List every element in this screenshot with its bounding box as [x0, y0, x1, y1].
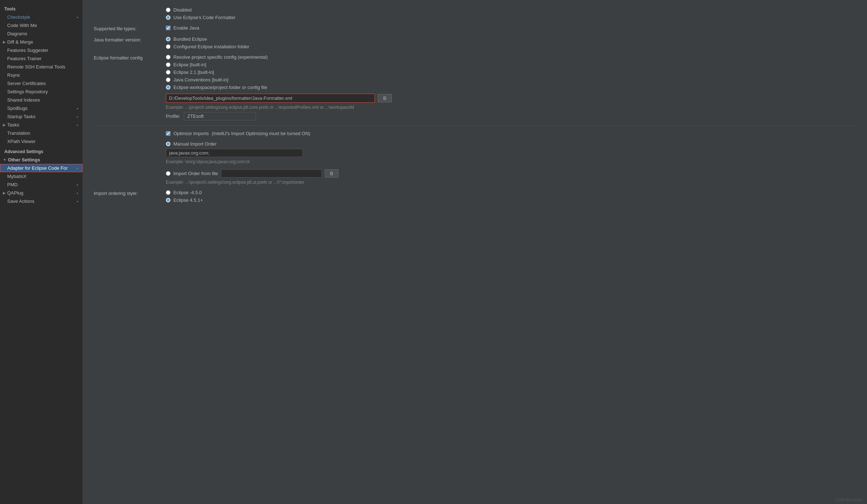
optimize-imports-content: Optimize Imports (IntelliJ's Import Opti… — [166, 131, 856, 136]
import-file-path-input[interactable] — [221, 169, 322, 178]
sidebar-item-xpath-viewer[interactable]: XPath Viewer — [0, 137, 83, 146]
sidebar-item-code-with-me[interactable]: Code With Me — [0, 21, 83, 30]
eclipse-formatter-config-row: Eclipse formatter config Resolve project… — [94, 54, 856, 120]
sidebar-item-tasks[interactable]: ▶ Tasks ▪ — [0, 121, 83, 129]
eclipse-451-row: Eclipse 4.5.1+ — [166, 197, 856, 203]
optimize-imports-checkbox[interactable] — [166, 131, 171, 136]
eclipse-builtin-label: Eclipse [built-in] — [173, 62, 206, 67]
import-from-file-row: Import Order from file B Example: ...\\p… — [94, 169, 856, 185]
import-from-file-radio[interactable] — [166, 171, 171, 176]
sidebar-section-tools: Tools — [0, 4, 83, 13]
eclipse-workspace-row: Eclipse workspace/project folder or conf… — [166, 85, 856, 90]
use-eclipse-label: Use Eclipse's Code Formatter — [173, 15, 235, 20]
browse-button[interactable]: B — [378, 94, 392, 102]
settings-icon: ▪ — [77, 191, 78, 195]
eclipse-builtin-radio[interactable] — [166, 62, 171, 67]
sidebar-section-other-settings[interactable]: ▼ Other Settings — [0, 156, 83, 164]
disabled-radio[interactable] — [166, 8, 171, 12]
sidebar-item-adapter-eclipse[interactable]: Adapter for Eclipse Code For ▪ — [0, 164, 83, 172]
profile-row: Profile: — [166, 112, 856, 120]
settings-icon: ▪ — [77, 166, 78, 170]
eclipse-workspace-radio[interactable] — [166, 85, 171, 90]
manual-import-radio[interactable] — [166, 142, 171, 146]
sidebar-item-spotbugs[interactable]: SpotBugs ▪ — [0, 104, 83, 112]
eclipse-451-radio[interactable] — [166, 198, 171, 202]
java-conventions-radio[interactable] — [166, 77, 171, 82]
settings-icon: ▪ — [77, 123, 78, 127]
import-ordering-label: Import ordering style: — [94, 190, 166, 196]
eclipse-21-radio[interactable] — [166, 70, 171, 75]
sidebar-item-label: Other Settings — [8, 157, 40, 162]
settings-icon: ▪ — [77, 115, 78, 119]
sidebar-item-save-actions[interactable]: Save Actions ▪ — [0, 197, 83, 205]
import-from-file-content: Import Order from file B Example: ...\\p… — [166, 169, 856, 185]
supported-file-types-row: Supported file types: Enable Java — [94, 25, 856, 31]
sidebar-item-label: XPath Viewer — [7, 139, 36, 144]
sidebar-item-features-trainer[interactable]: Features Trainer — [0, 54, 83, 63]
sidebar-item-rsync[interactable]: Rsync — [0, 71, 83, 79]
sidebar-item-mybatisx[interactable]: MybatisX — [0, 172, 83, 180]
java-formatter-version-row: Java formatter version: Bundled Eclipse … — [94, 36, 856, 49]
sidebar-item-label: Diff & Merge — [7, 39, 33, 45]
eclipse-formatter-config-label: Eclipse formatter config — [94, 54, 166, 61]
java-formatter-version-options: Bundled Eclipse Configured Eclipse insta… — [166, 36, 856, 49]
resolve-project-radio[interactable] — [166, 55, 171, 59]
sidebar: Tools Checkstyle ▪ Code With Me Diagrams… — [0, 0, 83, 504]
sidebar-item-diff-merge[interactable]: ▶ Diff & Merge — [0, 38, 83, 46]
sidebar-item-translation[interactable]: Translation — [0, 129, 83, 137]
section-divider-1 — [94, 125, 856, 126]
sidebar-item-label: Settings Repository — [7, 89, 48, 94]
sidebar-item-settings-repository[interactable]: Settings Repository — [0, 88, 83, 96]
bundled-eclipse-label: Bundled Eclipse — [173, 36, 207, 42]
eclipse-45-label: Eclipse -4.5.0 — [173, 190, 202, 195]
sidebar-section-advanced: Advanced Settings — [0, 147, 83, 156]
settings-icon: ▪ — [77, 183, 78, 187]
sidebar-item-qaplug[interactable]: ▶ QAPlug ▪ — [0, 189, 83, 197]
sidebar-item-checkstyle[interactable]: Checkstyle ▪ — [0, 13, 83, 21]
sidebar-item-label: Features Suggester — [7, 48, 48, 53]
sidebar-item-pmd[interactable]: PMD ▪ — [0, 180, 83, 189]
sidebar-item-remote-ssh[interactable]: Remote SSH External Tools — [0, 63, 83, 71]
use-eclipse-radio[interactable] — [166, 15, 171, 20]
eclipse-builtin-row: Eclipse [built-in] — [166, 62, 856, 67]
bundled-eclipse-radio[interactable] — [166, 37, 171, 41]
resolve-project-row: Resolve project specific config (experim… — [166, 54, 856, 60]
disabled-radio-row: Disabled — [166, 7, 856, 13]
resolve-project-label: Resolve project specific config (experim… — [173, 54, 268, 60]
sidebar-item-label: Startup Tasks — [7, 114, 36, 119]
use-eclipse-radio-row: Use Eclipse's Code Formatter — [166, 15, 856, 20]
eclipse-45-radio[interactable] — [166, 190, 171, 195]
sidebar-item-label: Adapter for Eclipse Code For — [7, 165, 68, 171]
configured-eclipse-label: Configured Eclipse installation folder — [173, 44, 249, 49]
sidebar-item-label: Remote SSH External Tools — [7, 64, 65, 70]
form-label-empty4 — [94, 169, 166, 170]
config-path-input[interactable] — [166, 94, 375, 103]
eclipse-21-row: Eclipse 2.1 [built-in] — [166, 70, 856, 75]
sidebar-item-label: Rsync — [7, 72, 20, 78]
settings-icon: ▪ — [77, 15, 78, 19]
file-types-content: Enable Java — [166, 25, 856, 31]
enable-java-label: Enable Java — [173, 25, 199, 31]
sidebar-item-features-suggester[interactable]: Features Suggester — [0, 46, 83, 54]
expand-arrow-icon: ▶ — [3, 40, 6, 44]
eclipse-45-row: Eclipse -4.5.0 — [166, 190, 856, 195]
sidebar-item-label: MybatisX — [7, 174, 26, 179]
java-formatter-version-label: Java formatter version: — [94, 36, 166, 43]
profile-input[interactable] — [184, 112, 256, 120]
java-conventions-label: Java Conventions [built-in] — [173, 77, 228, 82]
import-file-browse-button[interactable]: B — [325, 169, 339, 178]
enable-java-checkbox[interactable] — [166, 26, 171, 30]
sidebar-item-diagrams[interactable]: Diagrams — [0, 30, 83, 38]
sidebar-item-startup-tasks[interactable]: Startup Tasks ▪ — [0, 112, 83, 121]
optimize-imports-note: (IntelliJ's Import Optimizing must be tu… — [212, 131, 310, 136]
disabled-label: Disabled — [173, 7, 192, 13]
java-conventions-row: Java Conventions [built-in] — [166, 77, 856, 82]
sidebar-item-server-certificates[interactable]: Server Certificates — [0, 79, 83, 88]
configured-eclipse-radio[interactable] — [166, 44, 171, 49]
expand-arrow-icon: ▶ — [3, 123, 6, 127]
manual-import-input[interactable] — [166, 149, 303, 157]
sidebar-item-shared-indexes[interactable]: Shared Indexes — [0, 96, 83, 104]
formatter-type-options: Disabled Use Eclipse's Code Formatter — [166, 7, 856, 20]
main-content: Disabled Use Eclipse's Code Formatter Su… — [83, 0, 867, 504]
form-label-empty3 — [94, 141, 166, 142]
